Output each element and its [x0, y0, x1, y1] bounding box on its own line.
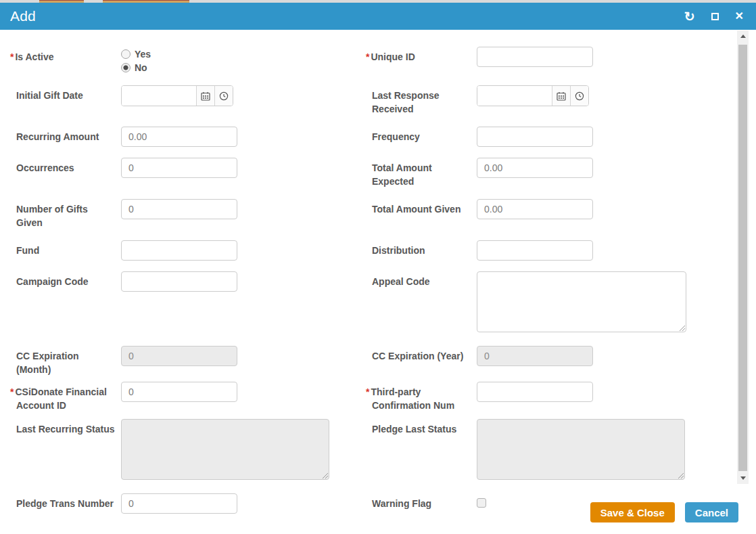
- cc-expiration-year-input: [477, 346, 593, 366]
- maximize-icon[interactable]: [711, 13, 719, 20]
- initial-gift-date-time-button[interactable]: [214, 86, 233, 106]
- modal-header: Add ↻ ✕: [0, 3, 756, 30]
- last-response-received-group: [477, 85, 589, 106]
- field-label-third-party-confirmation-num: *Third-party Confirmation Num: [365, 382, 477, 412]
- cc-expiration-month-input: [121, 346, 237, 366]
- last-recurring-status-textarea: [121, 419, 329, 480]
- third-party-confirmation-num-input[interactable]: [477, 382, 593, 402]
- total-amount-given-input[interactable]: [477, 199, 593, 219]
- radio-label-no: No: [135, 62, 147, 73]
- scrollbar-thumb[interactable]: [738, 45, 747, 471]
- footer-actions: Save & Close Cancel: [590, 502, 738, 522]
- triangle-up-icon: [740, 35, 746, 38]
- last-response-received-input[interactable]: [477, 86, 552, 106]
- warning-flag-checkbox[interactable]: [477, 498, 486, 508]
- campaign-code-input[interactable]: [121, 271, 237, 292]
- initial-gift-date-group: [121, 85, 233, 106]
- last-response-received-time-button[interactable]: [570, 86, 588, 106]
- vertical-scrollbar[interactable]: [737, 30, 749, 484]
- field-label-last-response-received: Last Response Received: [365, 85, 477, 116]
- maximize-box-glyph: [711, 13, 719, 20]
- field-label-total-amount-given: Total Amount Given: [365, 199, 477, 216]
- initial-gift-date-calendar-button[interactable]: [196, 86, 214, 106]
- field-label-number-of-gifts-given: Number of Gifts Given: [9, 199, 121, 229]
- is-active-radio-no[interactable]: [121, 63, 131, 72]
- refresh-icon[interactable]: ↻: [684, 10, 695, 23]
- fund-input[interactable]: [121, 240, 237, 261]
- save-and-close-button[interactable]: Save & Close: [590, 502, 675, 522]
- close-icon[interactable]: ✕: [735, 11, 744, 22]
- csidonate-financial-account-id-input[interactable]: [121, 382, 237, 402]
- required-marker: *: [366, 51, 369, 62]
- field-label-distribution: Distribution: [365, 240, 477, 257]
- occurrences-input[interactable]: [121, 158, 237, 178]
- field-label-warning-flag: Warning Flag: [365, 493, 477, 510]
- field-label-occurrences: Occurrences: [9, 158, 121, 175]
- field-label-appeal-code: Appeal Code: [365, 271, 477, 288]
- field-label-campaign-code: Campaign Code: [9, 275, 121, 288]
- pledge-last-status-textarea: [477, 419, 685, 480]
- radio-label-yes: Yes: [135, 49, 151, 60]
- distribution-input[interactable]: [477, 240, 593, 261]
- field-label-frequency: Frequency: [365, 127, 477, 143]
- calendar-icon: [201, 91, 210, 101]
- recurring-amount-input[interactable]: [121, 127, 237, 147]
- required-marker: *: [10, 51, 14, 62]
- field-label-cc-expiration-month: CC Expiration (Month): [9, 346, 121, 376]
- scrollbar-down-button[interactable]: [737, 472, 749, 484]
- field-label-recurring-amount: Recurring Amount: [9, 127, 121, 143]
- field-label-pledge-last-status: Pledge Last Status: [365, 419, 477, 436]
- modal-title: Add: [0, 8, 36, 24]
- add-form: *Is Active Yes No *Unique ID: [9, 30, 728, 525]
- is-active-radio-group: Yes No: [121, 47, 365, 74]
- clock-icon: [219, 91, 229, 101]
- calendar-icon: [557, 91, 566, 101]
- field-label-initial-gift-date: Initial Gift Date: [9, 85, 121, 102]
- field-label-cc-expiration-year: CC Expiration (Year): [365, 346, 477, 363]
- scrollbar-up-button[interactable]: [737, 30, 749, 42]
- clock-icon: [575, 91, 584, 101]
- frequency-input[interactable]: [477, 127, 593, 147]
- cancel-button[interactable]: Cancel: [685, 502, 738, 522]
- initial-gift-date-input[interactable]: [122, 86, 196, 106]
- field-label-fund: Fund: [9, 240, 121, 257]
- field-label-pledge-trans-number: Pledge Trans Number: [9, 493, 121, 510]
- required-marker: *: [366, 386, 369, 397]
- window-controls: ↻ ✕: [684, 10, 744, 23]
- required-marker: *: [10, 386, 14, 397]
- field-label-total-amount-expected: Total Amount Expected: [365, 158, 477, 188]
- number-of-gifts-given-input[interactable]: [121, 199, 237, 219]
- field-label-csidonate-financial-account-id: *CSiDonate Financial Account ID: [9, 382, 121, 412]
- field-label-is-active: *Is Active: [9, 47, 121, 64]
- appeal-code-textarea[interactable]: [477, 271, 686, 332]
- total-amount-expected-input[interactable]: [477, 158, 593, 178]
- triangle-down-icon: [740, 476, 746, 480]
- field-label-last-recurring-status: Last Recurring Status: [9, 419, 121, 436]
- pledge-trans-number-input[interactable]: [121, 493, 237, 514]
- field-label-unique-id: *Unique ID: [365, 47, 477, 64]
- unique-id-input[interactable]: [477, 47, 593, 67]
- last-response-received-calendar-button[interactable]: [552, 86, 570, 106]
- is-active-radio-yes[interactable]: [121, 49, 131, 59]
